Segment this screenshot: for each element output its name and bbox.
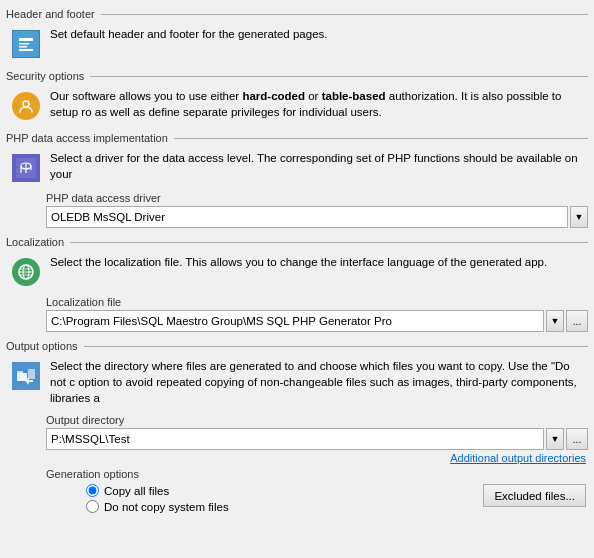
- localization-content: Select the localization file. This allow…: [6, 252, 588, 290]
- additional-output-link[interactable]: Additional output directories: [46, 452, 586, 464]
- output-divider: [84, 346, 588, 347]
- php-content: Select a driver for the data access leve…: [6, 148, 588, 186]
- excluded-files-button[interactable]: Excluded files...: [483, 484, 586, 507]
- output-dir-dropdown[interactable]: P:\MSSQL\Test: [46, 428, 544, 450]
- excluded-button-col: Excluded files...: [337, 484, 588, 507]
- localization-divider: [70, 242, 588, 243]
- output-icon: [10, 360, 42, 392]
- header-footer-title: Header and footer: [6, 8, 95, 20]
- output-content: Select the directory where files are gen…: [6, 356, 588, 408]
- header-footer-icon: [10, 28, 42, 60]
- localization-header: Localization: [6, 236, 588, 248]
- header-footer-divider: [101, 14, 588, 15]
- header-footer-header: Header and footer: [6, 8, 588, 20]
- output-dropdown-arrow[interactable]: ▼: [546, 428, 564, 450]
- security-title: Security options: [6, 70, 84, 82]
- no-system-row: Do not copy system files: [86, 500, 337, 513]
- output-browse-button[interactable]: ...: [566, 428, 588, 450]
- php-driver-label: PHP data access driver: [46, 192, 588, 204]
- php-header: PHP data access implementation: [6, 132, 588, 144]
- localization-browse-button[interactable]: ...: [566, 310, 588, 332]
- security-header: Security options: [6, 70, 588, 82]
- generation-options-label: Generation options: [46, 468, 588, 480]
- bottom-row: Copy all files Do not copy system files …: [86, 484, 588, 516]
- php-driver-dropdown[interactable]: OLEDB MsSQL Driver: [46, 206, 568, 228]
- header-footer-section: Header and footer Set default header and…: [6, 8, 588, 62]
- localization-file-row: C:\Program Files\SQL Maestro Group\MS SQ…: [46, 310, 588, 332]
- localization-file-dropdown[interactable]: C:\Program Files\SQL Maestro Group\MS SQ…: [46, 310, 544, 332]
- security-icon-shape: [12, 92, 40, 120]
- output-description: Select the directory where files are gen…: [50, 358, 584, 406]
- php-title: PHP data access implementation: [6, 132, 168, 144]
- header-footer-content: Set default header and footer for the ge…: [6, 24, 588, 62]
- php-dropdown-arrow[interactable]: ▼: [570, 206, 588, 228]
- localization-icon: [10, 256, 42, 288]
- security-icon: [10, 90, 42, 122]
- svg-rect-1: [19, 43, 29, 45]
- radio-options-col: Copy all files Do not copy system files: [86, 484, 337, 516]
- output-section: Output options Select the directory wher…: [6, 340, 588, 516]
- output-dir-row: P:\MSSQL\Test ▼ ...: [46, 428, 588, 450]
- localization-file-label: Localization file: [46, 296, 588, 308]
- localization-field-group: Localization file C:\Program Files\SQL M…: [46, 296, 588, 332]
- svg-point-4: [23, 101, 29, 107]
- output-title: Output options: [6, 340, 78, 352]
- php-field-group: PHP data access driver OLEDB MsSQL Drive…: [46, 192, 588, 228]
- header-footer-description: Set default header and footer for the ge…: [50, 26, 584, 42]
- output-field-group: Output directory P:\MSSQL\Test ▼ ... Add…: [46, 414, 588, 464]
- header-footer-icon-shape: [12, 30, 40, 58]
- no-system-label: Do not copy system files: [104, 501, 229, 513]
- svg-rect-3: [19, 49, 33, 51]
- output-header: Output options: [6, 340, 588, 352]
- copy-all-label: Copy all files: [104, 485, 169, 497]
- security-description: Our software allows you to use either ha…: [50, 88, 584, 120]
- security-content: Our software allows you to use either ha…: [6, 86, 588, 124]
- svg-rect-2: [19, 46, 27, 48]
- php-driver-row: OLEDB MsSQL Driver ▼: [46, 206, 588, 228]
- svg-rect-15: [17, 373, 27, 381]
- localization-dropdown-arrow[interactable]: ▼: [546, 310, 564, 332]
- svg-rect-17: [28, 369, 35, 379]
- php-icon-shape: [12, 154, 40, 182]
- generation-options: Generation options Copy all files Do not…: [46, 468, 588, 516]
- localization-icon-shape: [12, 258, 40, 286]
- php-divider: [174, 138, 588, 139]
- output-dir-label: Output directory: [46, 414, 588, 426]
- copy-all-row: Copy all files: [86, 484, 337, 497]
- copy-all-radio[interactable]: [86, 484, 99, 497]
- php-description: Select a driver for the data access leve…: [50, 150, 584, 182]
- php-icon: [10, 152, 42, 184]
- localization-title: Localization: [6, 236, 64, 248]
- php-section: PHP data access implementation Select a …: [6, 132, 588, 228]
- no-system-radio[interactable]: [86, 500, 99, 513]
- localization-description: Select the localization file. This allow…: [50, 254, 584, 270]
- security-section: Security options Our software allows you…: [6, 70, 588, 124]
- localization-section: Localization Select the localization fil…: [6, 236, 588, 332]
- security-divider: [90, 76, 588, 77]
- svg-rect-0: [19, 38, 33, 41]
- output-icon-shape: [12, 362, 40, 390]
- svg-rect-16: [17, 371, 23, 374]
